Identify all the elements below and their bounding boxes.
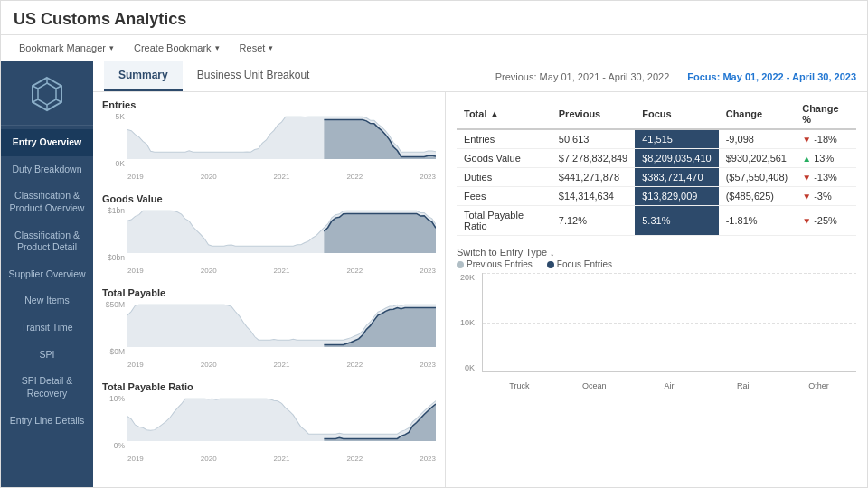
charts-panel: Entries5K0K20192020202120222023Goods Val… — [93, 92, 446, 487]
bar-chart-section: Switch to Entry Type ↓ Previous EntriesF… — [457, 247, 856, 390]
bar-chart-switch-label[interactable]: Switch to Entry Type ↓ — [457, 247, 856, 258]
cell-change: -9,098 — [719, 129, 796, 149]
y-label-20k: 20K — [460, 273, 475, 282]
logo-icon — [27, 74, 67, 114]
y-label-0k: 0K — [465, 363, 475, 372]
cell-metric: Duties — [457, 168, 552, 187]
cell-change-pct: ▼ -3% — [795, 187, 856, 206]
sidebar-item-new-items[interactable]: New Items — [1, 287, 93, 314]
bar-chart-container: 20K 10K 0K TruckOceanAirRailOther — [457, 273, 856, 390]
cell-metric: Total Payable Ratio — [457, 206, 552, 236]
cell-previous: $441,271,878 — [552, 168, 635, 187]
cell-focus: 41,515 — [635, 129, 718, 149]
sidebar-item-classification-product-detail[interactable]: Classification & Product Detail — [1, 222, 93, 261]
table-row: Total Payable Ratio 7.12% 5.31% -1.81% ▼… — [457, 206, 856, 236]
chart-section-total-payable: Total Payable$50M$0M20192020202120222023 — [102, 287, 436, 374]
cell-previous: 7.12% — [552, 206, 635, 236]
table-row: Entries 50,613 41,515 -9,098 ▼ -18% — [457, 129, 856, 149]
col-header-focus: Focus — [635, 99, 718, 129]
bars-container — [482, 273, 856, 372]
cell-change: -1.81% — [719, 206, 796, 236]
cell-change: ($485,625) — [719, 187, 796, 206]
col-header-total: Total ▲ — [457, 99, 552, 129]
chevron-down-icon: ▾ — [269, 43, 273, 52]
charts-table-layout: Entries5K0K20192020202120222023Goods Val… — [93, 92, 867, 487]
legend-item: Previous Entries — [457, 259, 533, 269]
right-panel: Total ▲ Previous Focus Change Change % E… — [446, 92, 867, 487]
tab-business-unit-breakout[interactable]: Business Unit Breakout — [183, 61, 325, 91]
cell-metric: Entries — [457, 129, 552, 149]
cell-focus: $8,209,035,410 — [635, 149, 718, 168]
table-row: Goods Value $7,278,832,849 $8,209,035,41… — [457, 149, 856, 168]
sidebar-item-spi-detail-recovery[interactable]: SPI Detail & Recovery — [1, 368, 93, 407]
sidebar-item-spi[interactable]: SPI — [1, 342, 93, 369]
app-header: US Customs Analytics — [1, 1, 867, 35]
sidebar-item-transit-time[interactable]: Transit Time — [1, 314, 93, 342]
sidebar: Entry OverviewDuty BreakdownClassificati… — [1, 61, 93, 487]
cell-change-pct: ▼ -25% — [795, 206, 856, 236]
cell-metric: Fees — [457, 187, 552, 206]
tab-summary[interactable]: Summary — [104, 61, 183, 91]
chart-label-entries: Entries — [102, 99, 436, 110]
focus-date-range: Focus: May 01, 2022 - April 30, 2023 — [687, 71, 856, 82]
col-header-previous: Previous — [552, 99, 635, 129]
chart-label-total-payable-ratio: Total Payable Ratio — [102, 381, 436, 392]
col-header-change-pct: Change % — [795, 99, 856, 129]
sidebar-logo — [1, 61, 93, 126]
legend-item: Focus Entries — [547, 259, 612, 269]
bar-x-labels: TruckOceanAirRailOther — [482, 374, 856, 390]
date-bar: Previous: May 01, 2021 - April 30, 2022 … — [495, 68, 856, 86]
cell-focus: $13,829,009 — [635, 187, 718, 206]
sidebar-item-supplier-overview[interactable]: Supplier Overview — [1, 261, 93, 288]
bar-x-label: Other — [781, 381, 856, 390]
app-title: US Customs Analytics — [14, 10, 186, 28]
svg-marker-1 — [38, 83, 56, 105]
table-row: Fees $14,314,634 $13,829,009 ($485,625) … — [457, 187, 856, 206]
bar-x-label: Rail — [706, 381, 781, 390]
sidebar-item-entry-overview[interactable]: Entry Overview — [1, 129, 93, 156]
cell-change-pct: ▼ -18% — [795, 129, 856, 149]
content-area: SummaryBusiness Unit Breakout Previous: … — [93, 61, 867, 487]
create-bookmark-button[interactable]: Create Bookmark ▾ — [128, 41, 225, 55]
cell-previous: $7,278,832,849 — [552, 149, 635, 168]
chart-section-total-payable-ratio: Total Payable Ratio10%0%2019202020212022… — [102, 381, 436, 468]
main-layout: Entry OverviewDuty BreakdownClassificati… — [1, 61, 867, 487]
y-label-10k: 10K — [460, 318, 475, 327]
chart-section-entries: Entries5K0K20192020202120222023 — [102, 99, 436, 186]
summary-table: Total ▲ Previous Focus Change Change % E… — [457, 99, 856, 236]
cell-metric: Goods Value — [457, 149, 552, 168]
bar-x-label: Truck — [482, 381, 557, 390]
bar-chart-legend: Previous EntriesFocus Entries — [457, 259, 856, 269]
cell-previous: $14,314,634 — [552, 187, 635, 206]
cell-focus: 5.31% — [635, 206, 718, 236]
sidebar-item-entry-line-details[interactable]: Entry Line Details — [1, 408, 93, 435]
sidebar-item-duty-breakdown[interactable]: Duty Breakdown — [1, 156, 93, 183]
reset-button[interactable]: Reset ▾ — [234, 41, 279, 55]
sidebar-nav: Entry OverviewDuty BreakdownClassificati… — [1, 129, 93, 434]
previous-date-range: Previous: May 01, 2021 - April 30, 2022 — [495, 71, 670, 82]
bar-x-label: Ocean — [557, 381, 632, 390]
bookmark-manager-button[interactable]: Bookmark Manager ▾ — [14, 41, 119, 55]
table-row: Duties $441,271,878 $383,721,470 ($57,55… — [457, 168, 856, 187]
chart-section-goods-value: Goods Value$1bn$0bn20192020202120222023 — [102, 193, 436, 280]
cell-change-pct: ▼ -13% — [795, 168, 856, 187]
chevron-down-icon: ▾ — [109, 43, 114, 52]
cell-previous: 50,613 — [552, 129, 635, 149]
cell-change: ($57,550,408) — [719, 168, 796, 187]
sidebar-item-classification-product-overview[interactable]: Classification & Product Overview — [1, 183, 93, 221]
chart-label-goods-value: Goods Value — [102, 193, 436, 204]
chevron-down-icon: ▾ — [215, 43, 220, 52]
tabs-bar: SummaryBusiness Unit Breakout — [104, 61, 495, 91]
cell-focus: $383,721,470 — [635, 168, 718, 187]
cell-change: $930,202,561 — [719, 149, 796, 168]
chart-label-total-payable: Total Payable — [102, 287, 436, 298]
toolbar: Bookmark Manager ▾ Create Bookmark ▾ Res… — [1, 35, 867, 61]
app-container: US Customs Analytics Bookmark Manager ▾ … — [0, 0, 868, 488]
bar-x-label: Air — [632, 381, 707, 390]
col-header-change: Change — [719, 99, 796, 129]
cell-change-pct: ▲ 13% — [795, 149, 856, 168]
